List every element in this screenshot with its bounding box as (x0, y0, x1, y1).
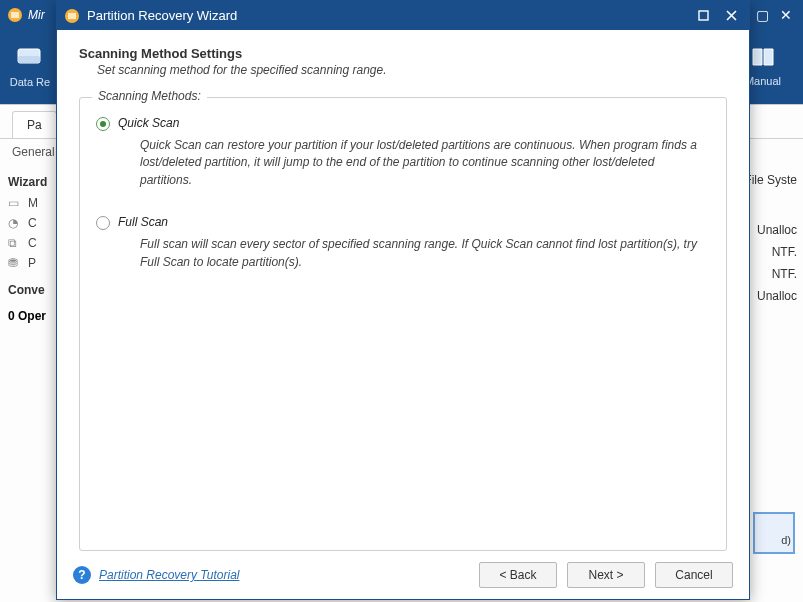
bg-title: Mir (28, 8, 45, 22)
radio-option-quick-scan[interactable]: Quick Scan (96, 116, 710, 131)
close-button[interactable] (719, 6, 743, 26)
app-icon (6, 6, 24, 24)
drive-icon: ⛃ (8, 256, 22, 270)
svg-rect-5 (68, 13, 76, 19)
clock-icon: ◔ (8, 216, 22, 230)
radio-icon-selected (96, 117, 110, 131)
scanning-methods-group: Scanning Methods: Quick Scan Quick Scan … (79, 97, 727, 551)
footer-buttons: < Back Next > Cancel (479, 562, 733, 588)
maximize-button[interactable] (691, 6, 715, 26)
option-description: Full scan will scan every sector of spec… (140, 236, 702, 271)
bg-window-controls: ▢ ✕ (753, 7, 803, 23)
back-button[interactable]: < Back (479, 562, 557, 588)
volume-block[interactable] (753, 512, 795, 554)
ribbon-label: Manual (745, 75, 781, 87)
copy-icon: ⧉ (8, 236, 22, 250)
help-icon: ? (73, 566, 91, 584)
radio-icon-unselected (96, 216, 110, 230)
dialog-titlebar: Partition Recovery Wizard (57, 1, 749, 30)
dialog-title: Partition Recovery Wizard (87, 8, 237, 23)
doc-icon: ▭ (8, 196, 22, 210)
volume-label-suffix: d) (781, 534, 791, 546)
radio-label: Full Scan (118, 215, 168, 229)
svg-rect-1 (11, 12, 19, 18)
tutorial-link[interactable]: Partition Recovery Tutorial (99, 568, 240, 582)
help-link-area: ? Partition Recovery Tutorial (73, 566, 240, 584)
close-icon[interactable]: ✕ (777, 7, 795, 23)
page-heading: Scanning Method Settings (79, 46, 727, 61)
radio-option-full-scan[interactable]: Full Scan (96, 215, 710, 230)
next-button[interactable]: Next > (567, 562, 645, 588)
ribbon-label: Data Re (10, 76, 50, 88)
svg-rect-3 (18, 56, 40, 63)
restore-icon[interactable]: ▢ (753, 7, 771, 23)
option-description: Quick Scan can restore your partition if… (140, 137, 702, 189)
ribbon-item-data-recovery[interactable]: Data Re (0, 46, 60, 88)
cancel-button[interactable]: Cancel (655, 562, 733, 588)
disk-icon (0, 46, 60, 74)
partition-recovery-wizard-dialog: Partition Recovery Wizard Scanning Metho… (56, 0, 750, 600)
app-icon (63, 7, 81, 25)
group-legend: Scanning Methods: (92, 89, 207, 103)
dialog-window-controls (691, 6, 743, 26)
page-subtitle: Set scanning method for the specified sc… (79, 63, 727, 77)
radio-label: Quick Scan (118, 116, 179, 130)
tab-partition[interactable]: Pa (12, 111, 57, 138)
dialog-footer: ? Partition Recovery Tutorial < Back Nex… (57, 551, 749, 599)
dialog-body: Scanning Method Settings Set scanning me… (57, 30, 749, 551)
svg-rect-6 (699, 11, 708, 20)
